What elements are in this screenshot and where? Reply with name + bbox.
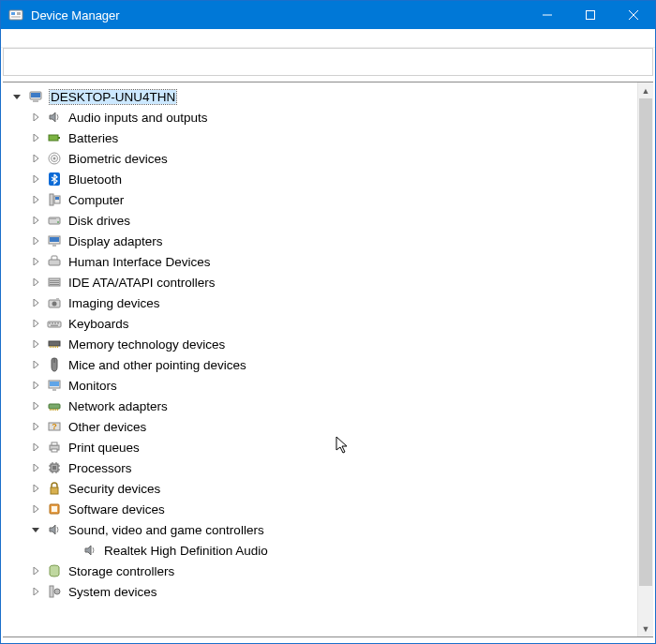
- tree-category[interactable]: Processors: [3, 457, 637, 478]
- chevron-right-icon[interactable]: [29, 502, 42, 516]
- minimize-button[interactable]: [526, 1, 569, 29]
- toolbar[interactable]: [3, 48, 653, 76]
- tree-category-label: Storage controllers: [68, 564, 174, 578]
- scroll-thumb[interactable]: [639, 98, 652, 586]
- chevron-right-icon[interactable]: [29, 296, 42, 309]
- chevron-right-icon[interactable]: [29, 482, 42, 495]
- chevron-right-icon[interactable]: [29, 152, 42, 165]
- hid-icon: [46, 253, 63, 270]
- tree-category[interactable]: Storage controllers: [3, 561, 637, 581]
- chevron-right-icon[interactable]: [29, 234, 42, 247]
- tree-category[interactable]: Print queues: [3, 437, 637, 457]
- svg-rect-50: [49, 404, 60, 409]
- tree-category[interactable]: Biometric devices: [3, 148, 637, 169]
- chevron-right-icon[interactable]: [29, 379, 42, 392]
- chevron-right-icon[interactable]: [29, 255, 42, 268]
- menubar[interactable]: [1, 29, 655, 48]
- tree-category[interactable]: Keyboards: [3, 313, 637, 334]
- chevron-right-icon[interactable]: [29, 585, 42, 598]
- svg-point-21: [57, 221, 59, 223]
- tree-category[interactable]: Mice and other pointing devices: [3, 354, 637, 375]
- tree-root[interactable]: DESKTOP-UNU4THN: [3, 86, 637, 107]
- tree-category[interactable]: Computer: [3, 189, 637, 210]
- svg-rect-40: [49, 341, 60, 346]
- software-icon: [46, 501, 63, 517]
- chevron-right-icon[interactable]: [29, 193, 42, 206]
- tree-category[interactable]: IDE ATA/ATAPI controllers: [3, 272, 637, 292]
- chevron-down-icon[interactable]: [10, 90, 23, 103]
- chevron-right-icon[interactable]: [29, 399, 42, 412]
- svg-rect-30: [50, 284, 59, 285]
- svg-rect-28: [50, 280, 59, 281]
- close-button[interactable]: [612, 1, 655, 29]
- tree-device[interactable]: Realtek High Definition Audio: [3, 540, 637, 561]
- client-area: DESKTOP-UNU4THN Audio inputs and outputs…: [3, 82, 653, 637]
- svg-rect-35: [49, 322, 51, 324]
- svg-rect-49: [52, 389, 56, 391]
- tree-category-label: Network adapters: [68, 399, 168, 413]
- tree-category-label: Disk drives: [68, 214, 130, 228]
- chevron-right-icon[interactable]: [29, 564, 42, 577]
- tree-category[interactable]: Sound, video and game controllers: [3, 519, 637, 540]
- tree-category-label: Print queues: [68, 441, 140, 455]
- chevron-right-icon[interactable]: [29, 317, 42, 330]
- chevron-right-icon[interactable]: [29, 111, 42, 124]
- tree-device-label: Realtek High Definition Audio: [104, 544, 268, 558]
- chevron-right-icon[interactable]: [29, 461, 42, 474]
- chevron-right-icon[interactable]: [29, 172, 42, 186]
- svg-rect-60: [52, 449, 57, 452]
- tree-category[interactable]: Memory technology devices: [3, 334, 637, 354]
- svg-rect-24: [50, 237, 59, 242]
- tree-category[interactable]: Display adapters: [3, 231, 637, 251]
- maximize-button[interactable]: [569, 1, 612, 29]
- computer-icon: [27, 88, 44, 105]
- cpu-icon: [46, 459, 63, 476]
- chevron-right-icon[interactable]: [29, 131, 42, 144]
- tree-category-label: Mice and other pointing devices: [68, 358, 246, 372]
- tree-category-label: IDE ATA/ATAPI controllers: [68, 276, 216, 290]
- chevron-down-icon[interactable]: [29, 523, 42, 536]
- tree-category-label: Memory technology devices: [68, 337, 225, 352]
- tree-category-label: Sound, video and game controllers: [68, 523, 264, 537]
- tree-category[interactable]: System devices: [3, 581, 637, 602]
- camera-icon: [46, 294, 63, 311]
- svg-rect-34: [48, 322, 61, 327]
- svg-rect-10: [33, 100, 38, 102]
- tree-category[interactable]: Human Interface Devices: [3, 251, 637, 272]
- other-icon: ?: [46, 418, 63, 435]
- tree-category[interactable]: Imaging devices: [3, 292, 637, 313]
- tree-category[interactable]: Audio inputs and outputs: [3, 107, 637, 127]
- svg-rect-62: [52, 466, 56, 470]
- svg-rect-42: [52, 346, 52, 348]
- chevron-right-icon[interactable]: [29, 214, 42, 227]
- svg-rect-2: [17, 12, 21, 15]
- tree-category[interactable]: Security devices: [3, 478, 637, 499]
- svg-rect-52: [52, 409, 52, 411]
- vertical-scrollbar[interactable]: ▲ ▼: [637, 82, 653, 637]
- chevron-right-icon[interactable]: [29, 420, 42, 433]
- scroll-up-button[interactable]: ▲: [638, 82, 653, 98]
- svg-rect-73: [52, 506, 57, 512]
- system-icon: [46, 583, 63, 600]
- chevron-right-icon[interactable]: [29, 337, 42, 351]
- speaker-icon: [82, 542, 98, 559]
- device-tree[interactable]: DESKTOP-UNU4THN Audio inputs and outputs…: [3, 82, 637, 637]
- chevron-right-icon[interactable]: [29, 276, 42, 289]
- tree-category[interactable]: ? Other devices: [3, 416, 637, 437]
- tree-category[interactable]: Disk drives: [3, 210, 637, 231]
- titlebar[interactable]: Device Manager: [1, 1, 655, 29]
- chevron-right-icon[interactable]: [29, 358, 42, 371]
- chevron-right-icon[interactable]: [29, 441, 42, 454]
- tree-category[interactable]: Batteries: [3, 127, 637, 148]
- tree-category[interactable]: Monitors: [3, 375, 637, 396]
- tree-category[interactable]: Software devices: [3, 499, 637, 519]
- tree-category[interactable]: Network adapters: [3, 396, 637, 416]
- scroll-down-button[interactable]: ▼: [638, 621, 653, 637]
- svg-rect-3: [11, 16, 21, 18]
- svg-rect-5: [587, 11, 595, 20]
- memory-icon: [46, 336, 63, 352]
- svg-rect-51: [50, 409, 51, 411]
- tree-category-label: Biometric devices: [68, 152, 168, 166]
- tree-category[interactable]: Bluetooth: [3, 169, 637, 189]
- app-icon: [8, 7, 23, 22]
